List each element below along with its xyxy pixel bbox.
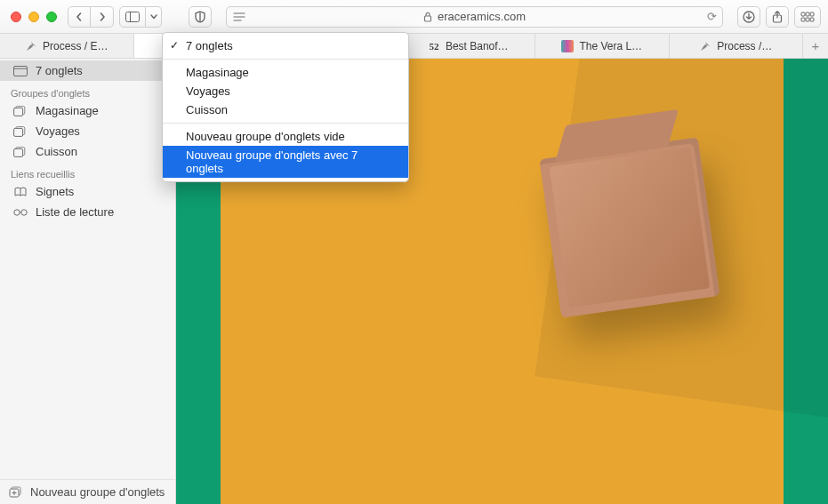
- page-illustration-object: [539, 137, 719, 317]
- menu-separator: [163, 123, 408, 124]
- sidebar-group-item[interactable]: Magasinage: [0, 100, 175, 121]
- folder-icon: [12, 147, 28, 157]
- minimize-window-button[interactable]: [28, 12, 39, 22]
- sidebar-item-label: Signets: [36, 185, 74, 198]
- menu-item-group[interactable]: Voyages: [163, 82, 408, 100]
- svg-rect-6: [425, 16, 431, 21]
- tab[interactable]: 52 Best Banof…: [402, 34, 536, 58]
- address-field[interactable]: eraceramics.com ⟳: [226, 6, 723, 28]
- sidebar-current-group[interactable]: 7 onglets: [0, 60, 175, 81]
- svg-rect-9: [801, 12, 805, 16]
- svg-rect-14: [810, 18, 814, 21]
- tab-group-dropdown: 7 onglets Magasinage Voyages Cuisson Nou…: [162, 32, 409, 182]
- favicon-icon: [561, 40, 574, 52]
- svg-point-24: [14, 209, 20, 214]
- reload-button[interactable]: ⟳: [707, 10, 717, 23]
- titlebar: eraceramics.com ⟳: [0, 0, 828, 34]
- sidebar-toggle-button[interactable]: [119, 6, 146, 28]
- tab-label: Process /…: [717, 40, 772, 52]
- sidebar-group-item[interactable]: Voyages: [0, 121, 175, 141]
- sidebar-bookmarks[interactable]: Signets: [0, 181, 175, 202]
- glasses-icon: [12, 208, 28, 217]
- menu-item-new-with-tabs[interactable]: Nouveau groupe d'onglets avec 7 onglets: [163, 146, 408, 178]
- svg-rect-20: [14, 128, 23, 136]
- window-controls: [7, 12, 62, 22]
- sidebar-item-label: Liste de lecture: [36, 205, 114, 219]
- forward-button[interactable]: [91, 6, 114, 28]
- menu-item-label: Voyages: [186, 84, 230, 98]
- nav-back-forward: [68, 6, 114, 28]
- close-window-button[interactable]: [11, 12, 21, 22]
- pin-icon: [699, 40, 711, 52]
- menu-item-group[interactable]: Cuisson: [163, 100, 408, 119]
- sidebar-footer-label: Nouveau groupe d'onglets: [30, 485, 165, 499]
- book-icon: [12, 187, 28, 197]
- window-icon: [12, 66, 28, 76]
- share-button[interactable]: [766, 6, 789, 28]
- lock-icon: [423, 12, 432, 22]
- sidebar-heading-collected: Liens recueillis: [0, 162, 175, 181]
- sidebar-heading-groups: Groupes d'onglets: [0, 81, 175, 100]
- menu-item-label: Nouveau groupe d'onglets avec 7 onglets: [186, 148, 358, 175]
- svg-rect-18: [14, 108, 23, 116]
- folder-icon: [12, 126, 28, 137]
- menu-item-current[interactable]: 7 onglets: [163, 36, 408, 55]
- menu-item-label: 7 onglets: [186, 39, 233, 52]
- sidebar-toggle-group: [119, 6, 162, 28]
- tab[interactable]: Process /…: [670, 34, 804, 58]
- favicon-icon: 52: [428, 40, 440, 52]
- new-tab-button[interactable]: +: [803, 34, 828, 58]
- tab[interactable]: Process / E…: [0, 34, 134, 58]
- menu-item-label: Magasinage: [186, 66, 249, 79]
- plus-square-icon: [9, 486, 23, 499]
- tab-strip: Process / E… Cen… 52 Best Banof… The Ver…: [0, 34, 828, 59]
- sidebar-reading-list[interactable]: Liste de lecture: [0, 202, 175, 222]
- tab-group-menu-button[interactable]: [146, 6, 162, 28]
- tab-label: Process / E…: [43, 40, 108, 52]
- menu-item-new-empty[interactable]: Nouveau groupe d'onglets vide: [163, 127, 408, 146]
- address-bar: eraceramics.com ⟳: [226, 6, 723, 28]
- sidebar-item-label: Voyages: [36, 124, 80, 138]
- sidebar-new-group-button[interactable]: Nouveau groupe d'onglets: [0, 479, 175, 504]
- tab[interactable]: The Vera L…: [535, 34, 670, 58]
- privacy-report-button[interactable]: [189, 6, 212, 28]
- address-domain: eraceramics.com: [438, 10, 526, 23]
- toolbar-right: [737, 6, 821, 28]
- sidebar-item-label: Magasinage: [36, 104, 99, 117]
- back-button[interactable]: [68, 6, 91, 28]
- sidebar-group-item[interactable]: Cuisson: [0, 141, 175, 162]
- svg-rect-15: [14, 66, 28, 76]
- svg-rect-10: [806, 12, 809, 16]
- zoom-window-button[interactable]: [46, 12, 57, 22]
- svg-rect-0: [126, 12, 140, 21]
- menu-item-group[interactable]: Magasinage: [163, 63, 408, 82]
- svg-point-25: [21, 209, 27, 214]
- tab-label: Best Banof…: [446, 40, 509, 52]
- svg-rect-12: [801, 18, 805, 21]
- reader-lines-icon[interactable]: [230, 12, 248, 21]
- sidebar: 7 onglets Groupes d'onglets Magasinage V…: [0, 59, 176, 504]
- svg-rect-13: [806, 18, 809, 21]
- svg-rect-2: [199, 12, 200, 21]
- menu-item-label: Cuisson: [186, 103, 228, 116]
- menu-separator: [163, 59, 408, 60]
- downloads-button[interactable]: [737, 6, 760, 28]
- pin-icon: [25, 40, 37, 52]
- tab-label: The Vera L…: [579, 40, 642, 52]
- sidebar-item-label: 7 onglets: [36, 64, 83, 77]
- tab-overview-button[interactable]: [794, 6, 821, 28]
- folder-icon: [12, 106, 28, 116]
- menu-item-label: Nouveau groupe d'onglets vide: [186, 130, 345, 143]
- svg-rect-11: [810, 12, 814, 16]
- svg-rect-22: [14, 148, 23, 156]
- sidebar-item-label: Cuisson: [36, 145, 77, 158]
